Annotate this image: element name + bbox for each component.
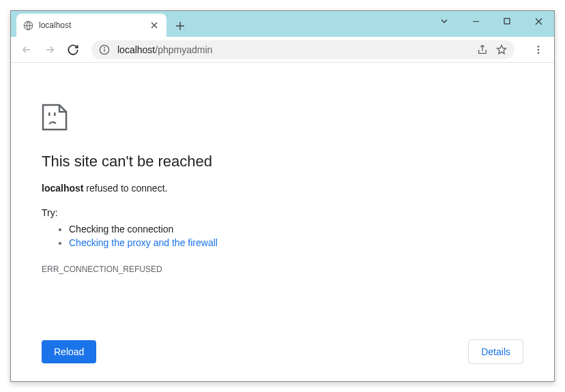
reload-button[interactable]: Reload [42,340,96,363]
window-controls [429,11,554,31]
svg-point-4 [104,47,105,48]
svg-point-7 [538,52,540,54]
url-text: localhost/phpmyadmin [117,44,469,55]
share-icon[interactable] [476,44,489,56]
svg-rect-9 [54,112,56,116]
browser-tab[interactable]: localhost [16,14,166,37]
browser-window: localhost [10,10,555,382]
suggestion-text: Checking the connection [69,224,173,235]
error-page-content: This site can't be reached localhost ref… [11,63,554,381]
try-label: Try: [42,207,523,218]
titlebar: localhost [11,11,554,37]
globe-icon [23,20,33,31]
minimize-button[interactable] [460,11,491,31]
svg-rect-8 [48,112,50,116]
details-button[interactable]: Details [468,340,523,364]
svg-rect-1 [504,18,510,24]
error-host: localhost [42,183,83,194]
reload-icon[interactable] [63,40,83,60]
maximize-button[interactable] [491,11,523,31]
tab-title: localhost [39,20,143,30]
list-item: Checking the connection [69,224,523,235]
forward-button[interactable] [40,40,60,60]
new-tab-button[interactable] [171,16,190,35]
chevron-down-icon[interactable] [429,11,460,31]
proxy-firewall-link[interactable]: Checking the proxy and the firewall [69,237,218,248]
svg-point-5 [538,46,540,48]
close-window-button[interactable] [523,11,554,31]
url-path: /phpmyadmin [155,44,212,55]
page-title: This site can't be reached [42,153,523,170]
list-item: Checking the proxy and the firewall [69,237,523,248]
menu-button[interactable] [528,40,549,60]
toolbar: localhost/phpmyadmin [11,37,554,63]
button-row: Reload Details [42,340,523,364]
svg-point-6 [538,48,540,50]
suggestion-list: Checking the connection Checking the pro… [69,224,523,248]
error-message: localhost refused to connect. [42,183,523,194]
url-host: localhost [117,44,155,55]
bookmark-icon[interactable] [495,44,508,56]
error-suffix: refused to connect. [83,183,167,194]
close-tab-icon[interactable] [149,20,160,31]
back-button[interactable] [16,40,37,60]
site-info-icon[interactable] [98,44,111,56]
error-code: ERR_CONNECTION_REFUSED [42,265,523,274]
address-bar[interactable]: localhost/phpmyadmin [91,40,515,59]
sad-page-icon [42,104,523,134]
